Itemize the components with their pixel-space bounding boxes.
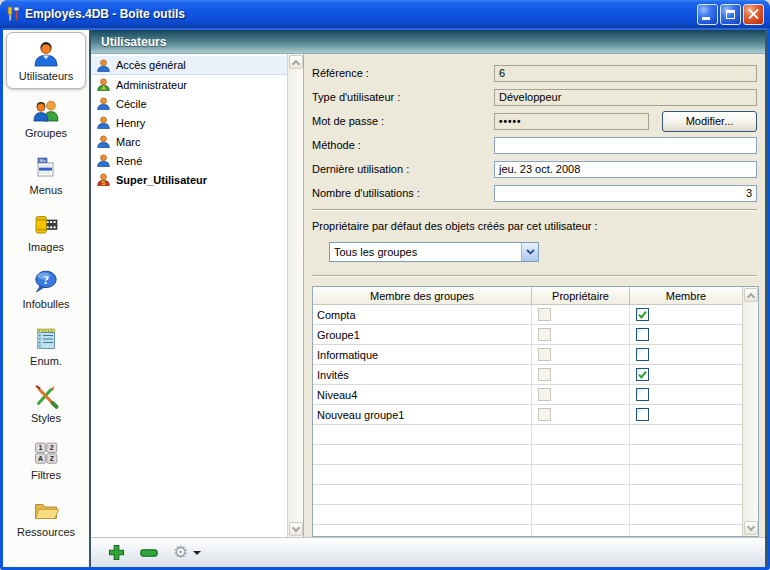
form-row-type-d-utilisateur: Type d'utilisateur :Développeur (312, 85, 757, 109)
brush-icon (31, 382, 61, 410)
maximize-button[interactable] (720, 4, 741, 25)
user-list-item-acces-general[interactable]: Accès général (91, 56, 287, 75)
member-cell (630, 325, 742, 344)
derniere-utilisation-field[interactable]: jeu. 23 oct. 2008 (494, 161, 757, 178)
default-owner-combobox[interactable]: Tous les groupes (329, 242, 539, 262)
sidebar-item-menus[interactable]: MinMenus (6, 146, 86, 203)
user-list-item-henry[interactable]: Henry (91, 113, 287, 132)
sidebar-item-label: Groupes (25, 127, 67, 139)
main-area: Utilisateurs Accès généralAAdministrateu… (91, 30, 767, 567)
owner-cell (532, 405, 630, 424)
user-list-item-super-utilisateur[interactable]: SSuper_Utilisateur (91, 170, 287, 189)
gear-icon: ⚙ (173, 544, 188, 561)
sidebar-item-groupes[interactable]: Groupes (6, 89, 86, 146)
empty-cell (313, 485, 532, 504)
user-list-item-rene[interactable]: René (91, 151, 287, 170)
add-user-button[interactable] (108, 544, 125, 561)
checkbox-membre-informatique[interactable] (636, 348, 649, 361)
owner-cell (532, 305, 630, 324)
group-row-groupe1[interactable]: Groupe1 (313, 325, 758, 345)
user-list-item-administrateur[interactable]: AAdministrateur (91, 75, 287, 94)
user-name: Administrateur (116, 79, 187, 91)
remove-user-button[interactable] (140, 549, 158, 557)
svg-text:?: ? (43, 272, 49, 286)
group-row-empty (313, 485, 758, 505)
scroll-up-button[interactable] (289, 55, 303, 69)
user-list-item-marc[interactable]: Marc (91, 132, 287, 151)
sidebar-item-images[interactable]: Images (6, 203, 86, 260)
column-header-membre-des-groupes[interactable]: Membre des groupes (313, 287, 532, 304)
column-header-membre[interactable]: Membre (630, 287, 742, 304)
group-row-nouveau-groupe1[interactable]: Nouveau groupe1 (313, 405, 758, 425)
field-label: Méthode : (312, 139, 494, 151)
empty-cell (630, 465, 742, 484)
group-row-informatique[interactable]: Informatique (313, 345, 758, 365)
combobox-value: Tous les groupes (334, 246, 417, 258)
empty-cell (532, 445, 630, 464)
empty-cell (630, 525, 742, 537)
sidebar-item-filtres[interactable]: 12AZFiltres (6, 431, 86, 488)
owner-cell (532, 345, 630, 364)
form-row-reference: Référence :6 (312, 61, 757, 85)
sidebar-item-label: Filtres (31, 469, 61, 481)
scroll-up-button[interactable] (744, 288, 758, 302)
group-name: Nouveau groupe1 (313, 405, 532, 424)
user-list-scrollbar[interactable] (287, 54, 303, 537)
user-name: Marc (116, 136, 140, 148)
empty-cell (313, 525, 532, 537)
group-row-invites[interactable]: Invités (313, 365, 758, 385)
checkbox-membre-niveau4[interactable] (636, 388, 649, 401)
chevron-down-icon[interactable] (521, 243, 538, 261)
group-row-niveau4[interactable]: Niveau4 (313, 385, 758, 405)
nombre-d-utilisations-field[interactable]: 3 (494, 185, 757, 202)
user-name: Super_Utilisateur (116, 174, 207, 186)
checkbox-membre-invites[interactable] (636, 368, 649, 381)
section-title: Utilisateurs (101, 35, 166, 49)
member-cell (630, 305, 742, 324)
checkbox-membre-compta[interactable] (636, 308, 649, 321)
empty-cell (630, 505, 742, 524)
sidebar-item-enum[interactable]: Enum. (6, 317, 86, 374)
groups-table-scrollbar[interactable] (742, 287, 758, 536)
user-name: Cécile (116, 98, 147, 110)
scroll-down-button[interactable] (744, 521, 758, 535)
minimize-button[interactable] (697, 4, 718, 25)
sidebar-item-label: Styles (31, 412, 61, 424)
methode-field[interactable] (494, 137, 757, 154)
group-row-compta[interactable]: Compta (313, 305, 758, 325)
group-name: Invités (313, 365, 532, 384)
checkbox-membre-groupe1[interactable] (636, 328, 649, 341)
user-name: René (116, 155, 142, 167)
svg-text:A: A (38, 455, 43, 462)
checkbox-proprietaire-compta (538, 308, 551, 321)
group-icon (31, 97, 61, 125)
user-detail-panel: Référence :6Type d'utilisateur :Développ… (303, 54, 765, 537)
sidebar-item-label: Ressources (17, 526, 75, 538)
scroll-down-button[interactable] (289, 522, 303, 536)
checkbox-membre-nouveau-groupe1[interactable] (636, 408, 649, 421)
sidebar-item-label: Menus (29, 184, 62, 196)
user-list-item-cecile[interactable]: Cécile (91, 94, 287, 113)
user-icon (31, 40, 61, 68)
form-row-mot-de-passe: Mot de passe :•••••Modifier... (312, 109, 757, 133)
chevron-down-icon (291, 523, 299, 531)
sidebar-item-styles[interactable]: Styles (6, 374, 86, 431)
empty-cell (313, 465, 532, 484)
user-admin-icon: A (97, 78, 110, 91)
folder-icon (31, 496, 61, 524)
chevron-up-icon (746, 292, 754, 300)
modify-password-button[interactable]: Modifier... (662, 111, 757, 132)
member-cell (630, 385, 742, 404)
checkbox-proprietaire-niveau4 (538, 388, 551, 401)
group-row-empty (313, 465, 758, 485)
actions-menu-button[interactable]: ⚙ (173, 544, 201, 561)
close-button[interactable] (743, 4, 764, 25)
sidebar-item-ressources[interactable]: Ressources (6, 488, 86, 545)
column-header-proprietaire[interactable]: Propriétaire (532, 287, 630, 304)
tooltip-icon: ? (31, 268, 61, 296)
sidebar-item-infobulles[interactable]: ?Infobulles (6, 260, 86, 317)
sidebar: UtilisateursGroupesMinMenusImages?Infobu… (3, 30, 91, 567)
user-general-icon (97, 59, 110, 72)
user-name: Accès général (116, 59, 186, 71)
sidebar-item-utilisateurs[interactable]: Utilisateurs (6, 32, 86, 89)
